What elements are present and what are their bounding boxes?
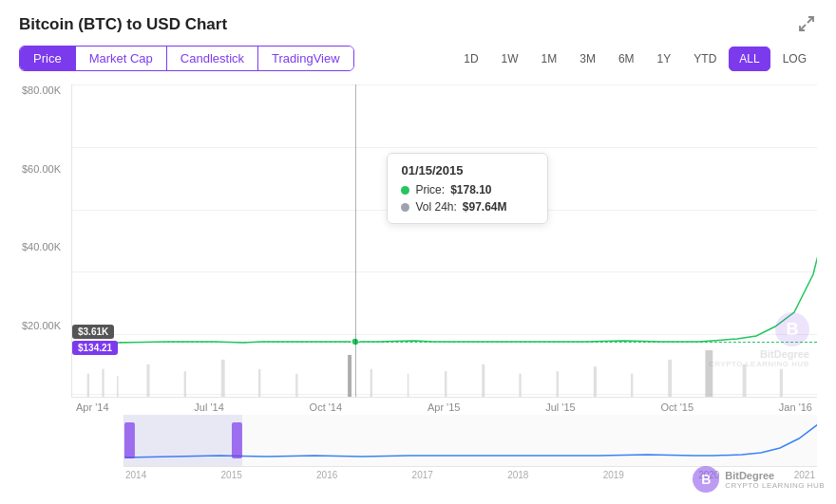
watermark: B BitDegree CRYPTO LEARNING HUB [709,312,809,368]
svg-rect-9 [295,373,297,397]
svg-rect-8 [258,368,260,397]
tab-price[interactable]: Price [20,47,76,70]
time-log[interactable]: LOG [772,47,817,71]
tooltip-price-label: Price: [415,183,445,196]
y-label-80k: $80.00K [22,84,61,96]
price-dotted-line [72,342,817,343]
badge-sub: CRYPTO LEARNING HUB [725,481,825,490]
svg-rect-11 [370,368,372,397]
svg-rect-5 [146,364,149,397]
time-1w[interactable]: 1W [491,47,529,71]
tooltip-price-value: $178.10 [450,183,491,196]
tooltip-price-row: Price: $178.10 [401,183,534,196]
price-tooltip: 01/15/2015 Price: $178.10 Vol 24h: $97.6… [387,153,548,224]
x-label-oct14: Oct '14 [310,401,343,413]
x-label-apr15: Apr '15 [428,401,461,413]
time-1y[interactable]: 1Y [647,47,682,71]
header-row: Bitcoin (BTC) to USD Chart [19,15,817,34]
tooltip-vol-label: Vol 24h: [415,200,456,214]
bottom-badge: B BitDegree CRYPTO LEARNING HUB [693,466,825,493]
page-title: Bitcoin (BTC) to USD Chart [19,15,227,34]
time-1d[interactable]: 1D [453,47,488,71]
vol-dot [401,203,409,212]
svg-rect-19 [668,360,672,397]
y-label-40k: $40.00K [22,241,61,252]
y-label-60k: $60.00K [22,163,61,175]
price-label-gray: $3.61K [72,325,114,339]
svg-rect-18 [631,373,633,397]
price-label-current: $134.21 [72,341,118,355]
badge-text-group: BitDegree CRYPTO LEARNING HUB [725,470,825,490]
svg-rect-23 [124,415,242,466]
crosshair-line: 01/15/2015 12:00 AM [355,84,356,397]
y-axis: $80.00K $60.00K $40.00K $20.00K [22,84,61,398]
watermark-sub: CRYPTO LEARNING HUB [709,360,809,368]
mini-x-2015: 2015 [221,470,242,480]
mini-x-2017: 2017 [412,470,433,480]
tab-candlestick[interactable]: Candlestick [167,47,258,70]
badge-logo: B [693,466,719,493]
time-period-group: 1D 1W 1M 3M 6M 1Y YTD ALL LOG [453,47,817,71]
svg-rect-12 [408,373,409,397]
svg-rect-2 [87,373,89,397]
svg-rect-21 [743,364,747,397]
watermark-text: BitDegree [760,348,809,360]
volume-bars-svg [72,350,817,397]
svg-rect-13 [445,371,446,397]
svg-rect-17 [594,366,597,397]
mini-x-2014: 2014 [125,470,146,480]
controls-row: Price Market Cap Candlestick TradingView… [19,46,817,71]
time-all[interactable]: ALL [729,47,770,71]
svg-rect-7 [221,360,225,397]
expand-icon[interactable] [798,15,817,34]
chart-wrapper: $80.00K $60.00K $40.00K $20.00K 01/15/20… [71,84,817,398]
mini-x-2019: 2019 [603,470,624,480]
time-ytd[interactable]: YTD [683,47,727,71]
svg-rect-14 [482,364,484,397]
tooltip-vol-value: $97.64M [463,200,507,214]
badge-name: BitDegree [725,470,825,481]
svg-rect-25 [232,422,242,458]
svg-rect-22 [780,368,783,397]
mini-chart [124,415,817,467]
svg-rect-3 [102,368,104,397]
page-container: Bitcoin (BTC) to USD Chart Price Market … [0,0,836,504]
tooltip-vol-row: Vol 24h: $97.64M [401,200,534,214]
x-axis-labels: Apr '14 Jul '14 Oct '14 Apr '15 Jul '15 … [71,401,817,413]
svg-rect-24 [124,422,135,458]
mini-x-2016: 2016 [316,470,337,480]
time-3m[interactable]: 3M [569,47,606,71]
x-label-jan16: Jan '16 [779,401,812,413]
main-chart-area: 01/15/2015 12:00 AM $3.61K $134.21 [71,84,817,398]
time-1m[interactable]: 1M [531,47,568,71]
tab-tradingview[interactable]: TradingView [258,47,353,70]
mini-x-2018: 2018 [507,470,528,480]
mini-chart-svg [124,415,817,466]
svg-rect-6 [184,371,186,397]
svg-rect-10 [348,355,352,397]
y-label-20k: $20.00K [22,320,61,331]
svg-rect-16 [557,371,559,397]
x-label-jul15: Jul '15 [545,401,575,413]
x-label-oct15: Oct '15 [661,401,694,413]
tab-market-cap[interactable]: Market Cap [76,47,167,70]
x-label-jul14: Jul '14 [194,401,223,413]
price-dot [401,186,409,195]
svg-rect-15 [519,373,521,397]
tooltip-date: 01/15/2015 [401,163,534,177]
x-label-apr14: Apr '14 [76,401,109,413]
time-6m[interactable]: 6M [608,47,645,71]
chart-type-tabs: Price Market Cap Candlestick TradingView [19,46,354,71]
svg-rect-4 [117,376,119,397]
